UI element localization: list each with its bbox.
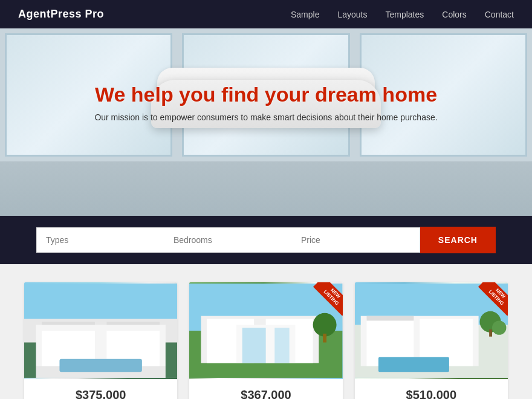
listing-card-3: $510,000 786 Bristal Court Denver, Color… <box>355 282 508 399</box>
listing-price-3: $510,000 <box>364 388 499 399</box>
listings-section: $375,000 155 Heyward Drive Denver, Color… <box>0 264 532 399</box>
svg-rect-9 <box>166 342 177 377</box>
types-input[interactable] <box>36 227 164 253</box>
nav-menu: Sample Layouts Templates Colors Contact <box>291 9 514 20</box>
listing-price-2: $367,000 <box>198 388 333 399</box>
price-input[interactable] <box>292 227 420 253</box>
hero-section: We help you find your dream home Our mis… <box>0 28 532 216</box>
nav-item-contact[interactable]: Contact <box>485 9 514 20</box>
svg-point-28 <box>492 320 506 334</box>
navbar: AgentPress Pro Sample Layouts Templates … <box>0 0 532 28</box>
svg-rect-17 <box>275 328 290 363</box>
listing-card-2: $367,000 42 Magnolia Street Denver, Colo… <box>189 282 342 399</box>
brand-name: AgentPress Pro <box>18 8 104 21</box>
nav-item-templates[interactable]: Templates <box>385 9 424 20</box>
listings-grid: $375,000 155 Heyward Drive Denver, Color… <box>24 282 508 399</box>
nav-item-sample[interactable]: Sample <box>291 9 319 20</box>
nav-link-contact[interactable]: Contact <box>485 10 514 19</box>
search-bar: SEARCH <box>0 216 532 264</box>
new-listing-ribbon-2 <box>307 282 343 319</box>
svg-rect-8 <box>24 342 36 377</box>
svg-rect-7 <box>59 359 141 372</box>
nav-item-layouts[interactable]: Layouts <box>337 9 367 20</box>
nav-link-templates[interactable]: Templates <box>385 10 424 19</box>
listing-image-3 <box>355 282 508 379</box>
svg-rect-6 <box>106 322 160 325</box>
listing-price-1: $375,000 <box>33 388 168 399</box>
listing-info-3: $510,000 786 Bristal Court Denver, Color… <box>355 379 508 399</box>
nav-link-layouts[interactable]: Layouts <box>337 10 367 19</box>
bedrooms-input[interactable] <box>164 227 292 253</box>
listing-info-2: $367,000 42 Magnolia Street Denver, Colo… <box>189 379 342 399</box>
nav-item-colors[interactable]: Colors <box>442 9 466 20</box>
listing-image-2 <box>189 282 342 379</box>
svg-rect-29 <box>489 329 492 337</box>
nav-link-sample[interactable]: Sample <box>291 10 319 19</box>
svg-rect-19 <box>323 334 327 343</box>
new-listing-ribbon-3 <box>472 282 508 319</box>
property-svg-1 <box>24 282 177 379</box>
nav-link-colors[interactable]: Colors <box>442 10 466 19</box>
hero-subtitle: Our mission is to empower consumers to m… <box>0 112 532 122</box>
listing-card-1: $375,000 155 Heyward Drive Denver, Color… <box>24 282 177 399</box>
svg-rect-26 <box>378 357 449 372</box>
svg-rect-16 <box>242 328 266 363</box>
hero-title: We help you find your dream home <box>0 83 532 106</box>
listing-info-1: $375,000 155 Heyward Drive Denver, Color… <box>24 379 177 399</box>
svg-rect-5 <box>42 322 95 325</box>
listing-image-1 <box>24 282 177 379</box>
svg-rect-25 <box>366 316 414 321</box>
search-button[interactable]: SEARCH <box>420 227 496 253</box>
hero-text: We help you find your dream home Our mis… <box>0 83 532 122</box>
